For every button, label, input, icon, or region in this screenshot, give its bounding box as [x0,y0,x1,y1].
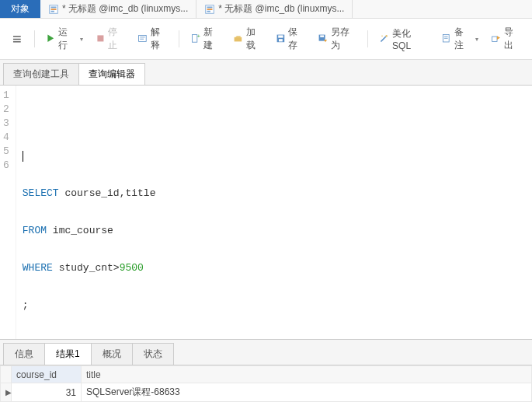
svg-rect-3 [51,10,54,12]
svg-rect-9 [97,35,103,41]
new-icon: + [190,33,200,44]
code-area[interactable]: SELECT course_id,title FROM imc_course W… [16,86,532,339]
text-cursor [23,151,23,162]
export-button[interactable]: 导出 [486,23,526,54]
query-file-icon [48,4,59,15]
toolbar: ≡ 运行▾ 停止 解释 + 新建 加载 保存 另存为 美化 SQL 备注▾ 导出 [0,19,532,60]
tab-file-2-label: * 无标题 @imc_db (linuxmys... [218,2,344,16]
col-header-course-id[interactable]: course_id [12,366,82,383]
svg-marker-16 [235,36,240,37]
tab-object[interactable]: 对象 [0,0,40,18]
tab-query-builder[interactable]: 查询创建工具 [3,63,79,85]
tab-result1[interactable]: 结果1 [44,343,92,365]
svg-rect-5 [207,6,213,8]
tab-file-2[interactable]: * 无标题 @imc_db (linuxmys... [196,0,353,18]
result-tabs: 信息 结果1 概况 状态 [0,339,532,365]
cell-title[interactable]: SQLServer课程-68633 [82,383,532,402]
svg-rect-2 [51,9,57,10]
svg-rect-6 [207,9,213,10]
result-grid: course_id title ▶31SQLServer课程-6863339Po… [0,365,532,402]
svg-point-25 [381,35,383,37]
save-button[interactable]: 保存 [271,23,311,54]
load-button[interactable]: 加载 [228,23,268,54]
tab-profile[interactable]: 概况 [91,343,133,365]
top-tabs: 对象 * 无标题 @imc_db (linuxmys... * 无标题 @imc… [0,0,532,19]
saveas-icon [318,33,328,44]
stop-icon [96,33,106,44]
row-handle[interactable]: ▶ [1,383,12,402]
svg-rect-10 [139,35,147,41]
svg-rect-7 [207,10,210,12]
svg-marker-30 [497,36,500,40]
save-icon [276,33,286,44]
svg-rect-13 [192,35,196,43]
tab-query-editor[interactable]: 查询编辑器 [78,63,145,85]
tab-file-1-label: * 无标题 @imc_db (linuxmys... [62,2,188,16]
beautify-button[interactable]: 美化 SQL [374,25,433,54]
table-row[interactable]: ▶31SQLServer课程-68633 [1,383,532,402]
tab-file-1[interactable]: * 无标题 @imc_db (linuxmys... [40,0,196,18]
svg-rect-18 [278,35,283,37]
saveas-button[interactable]: 另存为 [313,23,361,54]
query-subtabs: 查询创建工具 查询编辑器 [0,60,532,86]
svg-point-24 [386,35,388,37]
note-icon [441,33,451,44]
svg-rect-21 [321,35,325,37]
svg-rect-19 [279,39,283,41]
load-icon [233,33,243,44]
query-file-icon [204,4,215,15]
tab-status[interactable]: 状态 [132,343,174,365]
svg-rect-1 [51,6,57,8]
line-gutter: 1 2 3 4 5 6 [0,86,16,339]
col-header-title[interactable]: title [82,366,532,383]
run-button[interactable]: 运行▾ [41,23,88,54]
cell-course-id[interactable]: 31 [12,383,82,402]
explain-icon [137,33,148,44]
svg-text:+: + [197,33,200,40]
remark-button[interactable]: 备注▾ [436,23,483,54]
new-button[interactable]: + 新建 [186,23,225,54]
wand-icon [379,33,389,44]
play-icon [46,33,56,44]
stop-button[interactable]: 停止 [91,23,130,54]
tab-info[interactable]: 信息 [3,343,45,365]
explain-button[interactable]: 解释 [133,23,172,54]
grid-header-row: course_id title [1,366,532,383]
sql-editor[interactable]: 1 2 3 4 5 6 SELECT course_id,title FROM … [0,86,532,339]
svg-rect-29 [492,37,497,41]
svg-rect-15 [234,37,242,42]
svg-marker-8 [47,35,54,42]
export-icon [491,33,501,44]
hamburger-icon[interactable]: ≡ [6,30,28,48]
svg-line-23 [381,37,386,41]
